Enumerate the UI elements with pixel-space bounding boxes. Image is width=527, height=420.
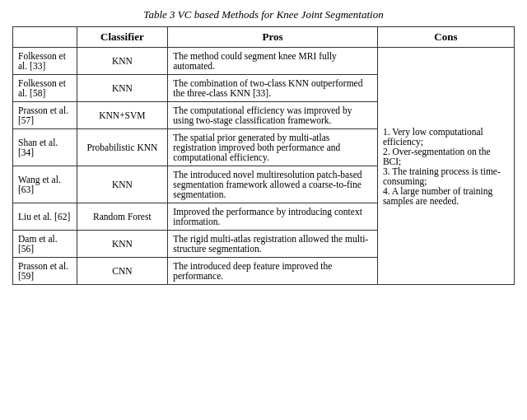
table-row-ref: Shan et al. [34]	[13, 129, 77, 166]
header-classifier: Classifier	[77, 27, 168, 48]
table-row-classifier: KNN	[77, 166, 168, 203]
main-table: Classifier Pros Cons Folkesson et al. [3…	[12, 26, 515, 285]
table-title: Table 3 VC based Methods for Knee Joint …	[12, 8, 515, 21]
header-cons: Cons	[377, 27, 514, 48]
table-row-ref: Folkesson et al. [58]	[13, 75, 77, 102]
table-row-classifier: CNN	[77, 258, 168, 285]
table-cons-cell: 1. Very low computational efficiency;2. …	[377, 48, 514, 285]
table-row-classifier: KNN	[77, 75, 168, 102]
table-row-classifier: Random Forest	[77, 203, 168, 231]
table-row-ref: Folkesson et al. [33]	[13, 48, 77, 75]
page-container: Table 3 VC based Methods for Knee Joint …	[12, 8, 515, 285]
table-row-pros: The introduced novel multiresolution pat…	[168, 166, 378, 203]
table-row-ref: Dam et al. [56]	[13, 231, 77, 258]
table-row-classifier: KNN	[77, 231, 168, 258]
table-row-ref: Prasson et al. [59]	[13, 258, 77, 285]
header-ref	[13, 27, 77, 48]
table-row-pros: The introduced deep feature improved the…	[168, 258, 378, 285]
table-row-pros: The combination of two-class KNN outperf…	[168, 75, 378, 102]
table-row-classifier: KNN+SVM	[77, 102, 168, 129]
table-row-pros: Improved the performance by introducing …	[168, 203, 378, 231]
table-row-ref: Liu et al. [62]	[13, 203, 77, 231]
table-row-pros: The rigid multi-atlas registration allow…	[168, 231, 378, 258]
table-row-classifier: Probabilistic KNN	[77, 129, 168, 166]
table-row-classifier: KNN	[77, 48, 168, 75]
header-pros: Pros	[168, 27, 378, 48]
table-row-pros: The computational efficiency was improve…	[168, 102, 378, 129]
table-row-ref: Wang et al. [63]	[13, 166, 77, 203]
table-row-pros: The method could segment knee MRI fully …	[168, 48, 378, 75]
table-row-ref: Prasson et al. [57]	[13, 102, 77, 129]
table-row-pros: The spatial prior generated by multi-atl…	[168, 129, 378, 166]
